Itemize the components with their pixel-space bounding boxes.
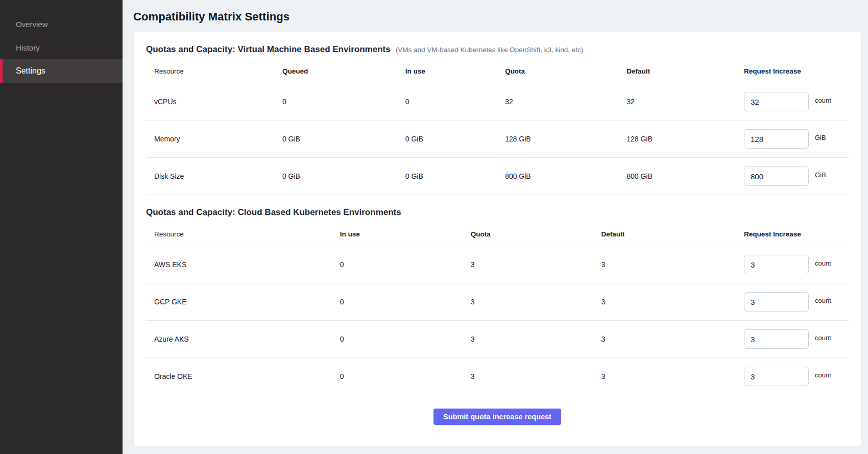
column-header-request-increase: Request Increase [744, 67, 849, 75]
request-increase-input[interactable] [744, 329, 809, 349]
settings-card: Quotas and Capacity: Virtual Machine Bas… [133, 32, 861, 446]
request-increase-input[interactable] [744, 166, 809, 186]
vm-section-header: Quotas and Capacity: Virtual Machine Bas… [146, 44, 849, 55]
column-header-resource: Resource [146, 230, 340, 238]
resource-name: Memory [146, 135, 282, 143]
request-increase-input[interactable] [744, 292, 809, 312]
page-title: Compatibility Matrix Settings [133, 10, 861, 23]
in-use-value: 0 [340, 335, 471, 343]
request-increase-cell: GiB [744, 129, 849, 149]
quota-value: 3 [471, 260, 601, 269]
submit-quota-button[interactable]: Submit quota increase request [433, 409, 561, 425]
request-increase-cell: count [744, 329, 849, 349]
sidebar-item-settings[interactable]: Settings [0, 59, 123, 83]
in-use-value: 0 [405, 98, 505, 106]
quota-value: 3 [471, 335, 601, 343]
vm-section-title: Quotas and Capacity: Virtual Machine Bas… [146, 44, 391, 55]
default-value: 3 [601, 298, 744, 306]
request-increase-cell: count [744, 92, 849, 111]
default-value: 3 [601, 260, 744, 269]
quota-value: 800 GiB [505, 172, 626, 180]
sidebar-active-indicator [0, 59, 3, 83]
queued-value: 0 GiB [282, 172, 405, 180]
default-value: 800 GiB [626, 172, 744, 180]
quota-value: 128 GiB [505, 135, 626, 143]
default-value: 3 [601, 372, 744, 380]
sidebar: Overview History Settings [0, 0, 123, 454]
request-increase-input[interactable] [744, 92, 809, 111]
sidebar-item-history[interactable]: History [0, 36, 123, 59]
submit-button-row: Submit quota increase request [146, 395, 849, 430]
sidebar-item-label: Overview [16, 20, 48, 29]
sidebar-item-label: Settings [16, 66, 45, 76]
quota-value: 32 [505, 98, 626, 106]
resource-name: Azure AKS [146, 335, 340, 343]
request-increase-input[interactable] [744, 367, 809, 386]
resource-name: AWS EKS [146, 260, 340, 269]
default-value: 128 GiB [626, 135, 744, 143]
app-root: Overview History Settings Compatibility … [0, 0, 868, 454]
table-row: Disk Size 0 GiB 0 GiB 800 GiB 800 GiB Gi… [146, 158, 849, 195]
quota-value: 3 [471, 298, 601, 306]
resource-name: vCPUs [146, 98, 282, 106]
request-increase-input[interactable] [744, 255, 809, 274]
default-value: 32 [626, 98, 744, 106]
column-header-in-use: In use [340, 230, 471, 238]
column-header-quota: Quota [505, 67, 626, 75]
in-use-value: 0 [340, 298, 471, 306]
table-row: Oracle OKE 0 3 3 count [146, 358, 849, 395]
table-row: vCPUs 0 0 32 32 count [146, 83, 849, 121]
column-header-default: Default [626, 67, 744, 75]
request-increase-cell: GiB [744, 166, 849, 186]
cloud-section-header: Quotas and Capacity: Cloud Based Kuberne… [146, 207, 849, 218]
resource-name: Disk Size [146, 172, 282, 180]
column-header-request-increase: Request Increase [744, 230, 849, 238]
unit-label: count [815, 259, 831, 267]
request-increase-input[interactable] [744, 129, 809, 149]
column-header-queued: Queued [282, 67, 405, 75]
unit-label: GiB [815, 134, 826, 141]
table-row: Azure AKS 0 3 3 count [146, 321, 849, 358]
vm-section-subtitle: (VMs and VM-based Kubernetes like OpenSh… [396, 46, 584, 54]
request-increase-cell: count [744, 367, 849, 386]
unit-label: count [815, 334, 831, 342]
request-increase-cell: count [744, 292, 849, 312]
queued-value: 0 GiB [282, 135, 405, 143]
column-header-resource: Resource [146, 67, 282, 75]
unit-label: count [815, 97, 831, 104]
cloud-quota-table: Resource In use Quota Default Request In… [146, 223, 849, 395]
queued-value: 0 [282, 98, 405, 106]
column-header-in-use: In use [405, 67, 505, 75]
unit-label: count [815, 297, 831, 304]
in-use-value: 0 GiB [405, 135, 505, 143]
quota-value: 3 [471, 372, 601, 380]
unit-label: count [815, 371, 831, 379]
column-header-quota: Quota [471, 230, 601, 238]
request-increase-cell: count [744, 255, 849, 274]
sidebar-item-label: History [16, 43, 40, 52]
table-row: GCP GKE 0 3 3 count [146, 283, 849, 321]
resource-name: Oracle OKE [146, 372, 340, 380]
in-use-value: 0 [340, 260, 471, 269]
unit-label: GiB [815, 171, 826, 179]
cloud-section-title: Quotas and Capacity: Cloud Based Kuberne… [146, 207, 401, 218]
vm-quota-table: Resource Queued In use Quota Default Req… [146, 60, 849, 195]
in-use-value: 0 [340, 372, 471, 380]
sidebar-item-overview[interactable]: Overview [0, 12, 123, 36]
table-row: AWS EKS 0 3 3 count [146, 246, 849, 283]
table-header-row: Resource Queued In use Quota Default Req… [146, 60, 849, 83]
column-header-default: Default [601, 230, 744, 238]
in-use-value: 0 GiB [405, 172, 505, 180]
default-value: 3 [601, 335, 744, 343]
table-row: Memory 0 GiB 0 GiB 128 GiB 128 GiB GiB [146, 121, 849, 158]
table-header-row: Resource In use Quota Default Request In… [146, 223, 849, 246]
resource-name: GCP GKE [146, 298, 340, 306]
main-content: Compatibility Matrix Settings Quotas and… [123, 0, 868, 454]
